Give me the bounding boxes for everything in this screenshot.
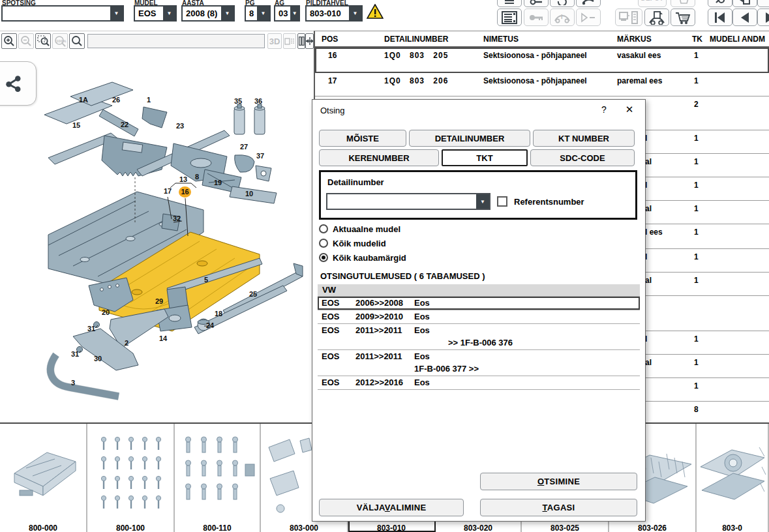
callout-26[interactable]: 26	[109, 95, 123, 105]
contact-button[interactable]	[576, 0, 601, 7]
table-row[interactable]: 171Q0 803 206Sektsioonosa - põhjapaneelp…	[315, 73, 769, 96]
result-row[interactable]: EOS2012>>2016Eos	[318, 376, 640, 389]
board-thumbnail-800-000[interactable]: 800-000	[0, 424, 87, 532]
result-row[interactable]: EOS2011>>2011Eos	[318, 350, 640, 363]
year-value[interactable]: 2008 (8)	[183, 7, 221, 20]
callout-25[interactable]: 25	[246, 289, 260, 299]
result-subline: 1F-B-006 377 >>	[318, 363, 640, 376]
callout-24[interactable]: 24	[203, 321, 217, 331]
warning-icon[interactable]	[367, 4, 384, 22]
radio-circle[interactable]	[319, 224, 328, 233]
callout-3[interactable]: 3	[66, 378, 80, 388]
previous-board-button[interactable]	[732, 8, 757, 26]
chevron-down-icon[interactable]: ▼	[290, 7, 299, 20]
reference-number-checkbox[interactable]	[497, 196, 507, 207]
callout-10[interactable]: 10	[242, 189, 256, 199]
part-number-value[interactable]	[327, 194, 476, 209]
chevron-down-icon[interactable]: ▼	[476, 194, 489, 209]
callout-5[interactable]: 5	[199, 275, 213, 285]
chevron-down-icon[interactable]: ▼	[257, 7, 269, 20]
callout-36[interactable]: 36	[251, 96, 265, 106]
callout-27[interactable]: 27	[237, 142, 251, 152]
tools-button[interactable]	[524, 0, 549, 7]
zoom-in-button[interactable]	[1, 33, 17, 49]
callout-15[interactable]: 15	[69, 121, 83, 130]
chevron-down-icon[interactable]: ▼	[110, 7, 123, 20]
board-thumbnail-803-0[interactable]: 803-0	[697, 424, 769, 532]
radio-k-ik-kaubam-rgid[interactable]: Kõik kaubamärgid	[319, 252, 406, 263]
search-button[interactable]: OTSIMINE	[480, 473, 637, 490]
zoom-area-button[interactable]	[35, 33, 51, 49]
search-tab-sdc-code[interactable]: SDC-CODE	[530, 149, 635, 166]
refresh-button[interactable]	[550, 0, 575, 7]
split-view-button[interactable]	[297, 33, 305, 49]
back-button[interactable]: TAGASI	[480, 499, 637, 516]
main-group-value[interactable]: 8	[246, 7, 257, 20]
callout-19[interactable]: 19	[211, 178, 225, 188]
board-select[interactable]: 803-010▼	[305, 5, 363, 22]
radio-k-ik-mudelid[interactable]: Kõik mudelid	[319, 238, 386, 248]
callout-1A[interactable]: 1A	[76, 95, 91, 105]
callout-23[interactable]: 23	[173, 121, 187, 131]
main-group-select[interactable]: 8▼	[245, 5, 271, 22]
quick-search-value[interactable]	[3, 7, 110, 20]
chevron-down-icon[interactable]: ▼	[163, 7, 175, 20]
next-board-button[interactable]	[757, 8, 769, 26]
cart-button[interactable]	[671, 8, 695, 26]
board-thumbnail-800-110[interactable]: 800-110	[175, 424, 261, 532]
callout-2[interactable]: 2	[119, 338, 134, 348]
first-board-button[interactable]	[708, 8, 732, 26]
extra-button[interactable]	[757, 0, 769, 7]
result-row[interactable]: EOS2011>>2011Eos	[318, 324, 640, 337]
result-row[interactable]: EOS2009>>2010Eos	[318, 310, 640, 323]
callout-18[interactable]: 18	[211, 309, 226, 319]
callout-32[interactable]: 32	[170, 214, 184, 224]
wrench-button[interactable]	[708, 0, 732, 7]
chevron-down-icon[interactable]: ▼	[221, 7, 234, 20]
callout-35[interactable]: 35	[231, 96, 245, 106]
radio-aktuaalne-mudel[interactable]: Aktuaalne mudel	[319, 224, 400, 234]
sub-group-select[interactable]: 03▼	[274, 5, 300, 22]
callout-37[interactable]: 37	[253, 151, 267, 161]
callout-22[interactable]: 22	[117, 120, 132, 130]
year-select[interactable]: 2008 (8)▼	[181, 5, 235, 22]
share-panel[interactable]	[0, 61, 37, 106]
radio-circle[interactable]	[319, 239, 328, 248]
search-tab-kt-number[interactable]: KT NUMBER	[533, 130, 635, 147]
vehicle-document-button[interactable]	[644, 8, 669, 26]
quick-search-select[interactable]: ▼	[1, 5, 124, 22]
model-value[interactable]: EOS	[135, 7, 163, 20]
close-icon[interactable]: ✕	[622, 104, 637, 115]
chevron-down-icon[interactable]: ▼	[349, 7, 361, 20]
board-thumbnail-800-100[interactable]: 800-100	[87, 424, 175, 532]
search-tab-tkt[interactable]: TKT	[442, 149, 528, 166]
callout-highlighted-16[interactable]: 16	[179, 186, 191, 198]
callout-1[interactable]: 1	[142, 95, 156, 105]
callout-13[interactable]: 13	[176, 175, 190, 185]
callout-20[interactable]: 20	[98, 308, 113, 318]
document-return-button[interactable]	[732, 0, 757, 7]
sub-group-value[interactable]: 03	[275, 7, 290, 20]
print-button[interactable]	[497, 0, 522, 7]
radio-circle[interactable]	[319, 253, 328, 262]
table-row[interactable]: 161Q0 803 205Sektsioonosa - põhjapaneelv…	[315, 48, 769, 73]
model-select[interactable]: EOS▼	[134, 5, 177, 22]
result-row[interactable]: EOS2006>>2008Eos	[318, 297, 640, 310]
callout-14[interactable]: 14	[156, 334, 170, 344]
fit-width-button[interactable]	[305, 33, 314, 49]
callout-30[interactable]: 30	[91, 354, 105, 364]
select-button[interactable]: VÄLJAVALIMINE	[319, 499, 464, 516]
magnifier-button[interactable]	[69, 33, 85, 49]
search-tab-kerenumber[interactable]: KERENUMBER	[319, 149, 439, 166]
part-number-combobox[interactable]: ▼	[326, 193, 490, 210]
callout-17[interactable]: 17	[160, 186, 175, 196]
callout-31[interactable]: 31	[84, 324, 98, 334]
search-tab-m-iste[interactable]: MÕISTE	[319, 130, 406, 147]
parts-list-button[interactable]	[497, 8, 522, 26]
callout-29[interactable]: 29	[152, 297, 166, 306]
help-button[interactable]: ?	[597, 104, 611, 115]
callout-31[interactable]: 31	[68, 349, 82, 359]
board-value[interactable]: 803-010	[307, 7, 349, 20]
search-tab-detailinumber[interactable]: DETAILINUMBER	[409, 130, 530, 147]
callout-8[interactable]: 8	[190, 172, 204, 182]
